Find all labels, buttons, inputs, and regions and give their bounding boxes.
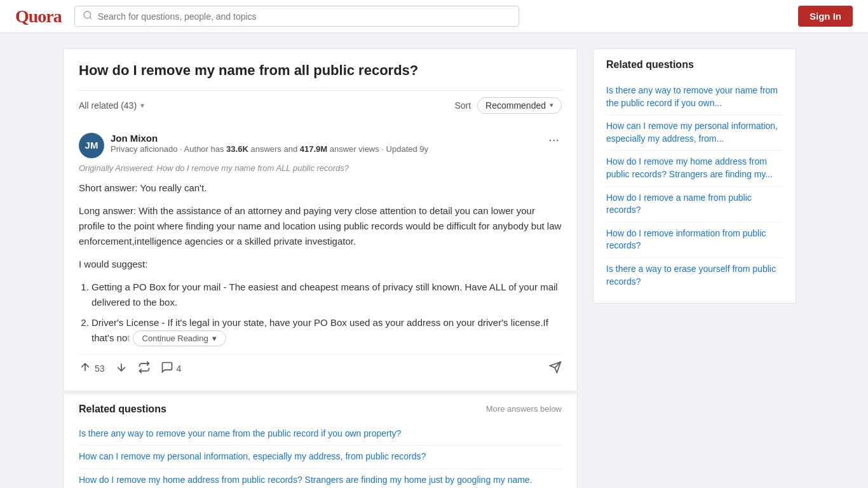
answer-text: Short answer: You really can't. Long ans… [79, 180, 562, 346]
related-inline-card: Related questions More answers below Is … [63, 393, 578, 488]
logo: Quora [15, 6, 62, 27]
sort-selected-value: Recommended [485, 100, 546, 111]
chevron-down-icon: ▾ [140, 101, 144, 110]
comment-count: 4 [177, 363, 182, 374]
main-column: How do I remove my name from all public … [63, 48, 578, 488]
more-answers-below-label: More answers below [486, 404, 562, 414]
suggestion-list: Getting a PO Box for your mail - The eas… [92, 280, 562, 346]
comment-icon [161, 361, 173, 377]
upvote-button[interactable]: 53 [79, 361, 105, 377]
bio-answers: 33.6K [226, 144, 248, 154]
bio-prefix: Privacy aficionado · Author has [111, 144, 226, 154]
sidebar-card: Related questions Is there any way to re… [593, 48, 796, 304]
answer-more-options-button[interactable]: ··· [546, 133, 562, 146]
question-card: How do I remove my name from all public … [63, 48, 578, 391]
sidebar-link-3[interactable]: How do I remove my home address from pub… [606, 151, 783, 186]
originally-answered: Originally Answered: How do I remove my … [79, 163, 562, 173]
sidebar-link-6[interactable]: Is there a way to erase yourself from pu… [606, 258, 783, 293]
sidebar-link-5[interactable]: How do I remove information from public … [606, 222, 783, 258]
bio-mid: answers and [248, 144, 300, 154]
answer-actions: 53 [79, 354, 562, 386]
author-bio: Privacy aficionado · Author has 33.6K an… [111, 144, 428, 155]
share-icon [549, 363, 562, 376]
question-title: How do I remove my name from all public … [79, 62, 562, 80]
related-inline-link-2[interactable]: How can I remove my personal information… [79, 445, 562, 469]
upvote-count: 53 [95, 363, 105, 374]
answer-block: JM Jon Mixon Privacy aficionado · Author… [79, 123, 562, 391]
reshare-icon [138, 361, 151, 377]
answer-author-row: JM Jon Mixon Privacy aficionado · Author… [79, 133, 562, 158]
svg-point-0 [84, 11, 91, 18]
search-icon [83, 10, 93, 22]
sidebar-link-4[interactable]: How do I remove a name from public recor… [606, 187, 783, 222]
header-right: Sign In [798, 6, 853, 27]
all-related-label: All related (43) [79, 100, 137, 111]
related-inline-header: Related questions More answers below [79, 403, 562, 415]
short-answer: Short answer: You really can't. [79, 180, 562, 196]
sidebar: Related questions Is there any way to re… [593, 48, 796, 304]
all-related-dropdown[interactable]: All related (43) ▾ [79, 100, 144, 111]
downvote-icon [115, 361, 128, 377]
upvote-icon [79, 361, 92, 377]
sidebar-title: Related questions [606, 59, 783, 71]
sort-chevron-icon: ▾ [550, 101, 553, 109]
avatar-initials: JM [85, 140, 98, 151]
sidebar-link-1[interactable]: Is there any way to remove your name fro… [606, 79, 783, 115]
bio-views: 417.9M [300, 144, 327, 154]
bio-suffix: answer views · Updated 9y [327, 144, 428, 154]
related-inline-link-3[interactable]: How do I remove my home address from pub… [79, 469, 562, 488]
sign-in-button[interactable]: Sign In [798, 6, 853, 27]
search-bar[interactable] [74, 6, 519, 27]
comment-button[interactable]: 4 [161, 361, 182, 377]
continue-reading-chevron-icon: ▾ [212, 334, 217, 343]
list-item-2-faded: t [127, 332, 130, 343]
page-content: How do I remove my name from all public … [53, 33, 815, 488]
search-input[interactable] [98, 11, 511, 22]
svg-line-1 [90, 17, 92, 19]
sort-area: Sort Recommended ▾ [454, 97, 562, 114]
share-button[interactable] [549, 361, 562, 377]
site-header: Quora Sign In [0, 0, 868, 33]
answer-meta-bar: All related (43) ▾ Sort Recommended ▾ [79, 90, 562, 120]
related-inline-title: Related questions [79, 403, 166, 415]
sort-label: Sort [454, 100, 471, 111]
sidebar-link-2[interactable]: How can I remove my personal information… [606, 115, 783, 151]
reshare-button[interactable] [138, 361, 151, 377]
author-info: JM Jon Mixon Privacy aficionado · Author… [79, 133, 428, 158]
list-item-2: Driver's License - If it's legal in your… [92, 315, 562, 346]
related-inline-link-1[interactable]: Is there any way to remove your name fro… [79, 423, 562, 446]
continue-reading-button[interactable]: Continue Reading ▾ [133, 330, 226, 346]
author-name[interactable]: Jon Mixon [111, 133, 428, 144]
sort-dropdown[interactable]: Recommended ▾ [477, 97, 562, 114]
continue-reading-label: Continue Reading [142, 334, 208, 343]
avatar: JM [79, 133, 104, 158]
downvote-button[interactable] [115, 361, 128, 377]
long-answer: Long answer: With the assistance of an a… [79, 203, 562, 249]
list-item-1: Getting a PO Box for your mail - The eas… [92, 280, 562, 310]
author-details: Jon Mixon Privacy aficionado · Author ha… [111, 133, 428, 155]
suggest-intro: I would suggest: [79, 257, 562, 272]
